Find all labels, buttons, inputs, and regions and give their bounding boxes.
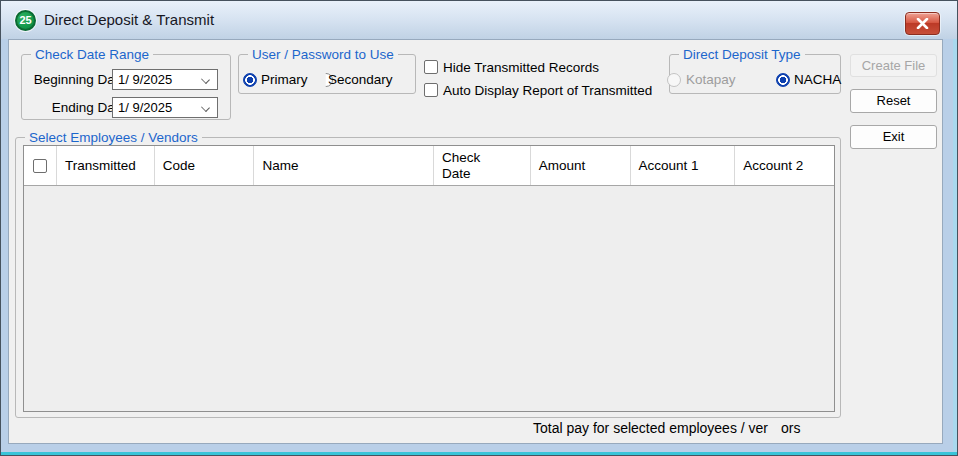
- column-header-code[interactable]: Code: [155, 146, 255, 185]
- column-header-account2[interactable]: Account 2: [735, 146, 834, 185]
- close-button[interactable]: [905, 12, 940, 35]
- auto-display-report-checkbox[interactable]: [424, 83, 438, 97]
- primary-radio-label: Primary: [261, 72, 308, 87]
- ending-date-label: Ending Date: [19, 100, 126, 115]
- column-header-check-date[interactable]: Check Date: [434, 146, 531, 185]
- user-password-group: User / Password to Use Primary Secondary: [238, 54, 416, 94]
- nacha-radio-label: NACHA: [794, 72, 841, 87]
- window-title: Direct Deposit & Transmit: [44, 11, 214, 28]
- app-icon: 25: [15, 10, 36, 31]
- column-header-account1[interactable]: Account 1: [631, 146, 736, 185]
- reset-button[interactable]: Reset: [850, 89, 937, 113]
- check-date-range-title: Check Date Range: [31, 46, 153, 63]
- hide-transmitted-label: Hide Transmitted Records: [443, 60, 599, 75]
- select-all-checkbox[interactable]: [33, 159, 47, 173]
- exit-button[interactable]: Exit: [850, 125, 937, 149]
- column-header-amount[interactable]: Amount: [531, 146, 631, 185]
- chevron-down-icon: [201, 103, 210, 112]
- close-icon: [916, 18, 929, 29]
- titlebar[interactable]: 25 Direct Deposit & Transmit: [1, 1, 957, 39]
- select-employees-title: Select Employees / Vendors: [25, 129, 202, 146]
- dialog-body: Check Date Range Beginning Date 1/ 9/202…: [8, 39, 943, 444]
- total-pay-label-left: Total pay for selected employees / ver: [533, 420, 768, 436]
- window-frame-bottom: [1, 452, 957, 455]
- auto-display-report-label: Auto Display Report of Transmitted: [443, 83, 652, 98]
- table-header-row: Transmitted Code Name Check Date Amount …: [24, 146, 834, 186]
- beginning-date-label: Beginning Date: [19, 72, 126, 87]
- beginning-date-value: 1/ 9/2025: [118, 72, 172, 87]
- chevron-down-icon: [201, 75, 210, 84]
- employees-table: Transmitted Code Name Check Date Amount …: [23, 145, 835, 412]
- hide-transmitted-checkbox[interactable]: [424, 60, 438, 74]
- column-header-name[interactable]: Name: [254, 146, 434, 185]
- table-body-empty: [24, 186, 834, 412]
- primary-radio[interactable]: [243, 73, 257, 87]
- total-pay-label-right: ors: [781, 420, 800, 436]
- direct-deposit-window: 25 Direct Deposit & Transmit Check Date …: [0, 0, 958, 456]
- ending-date-picker[interactable]: 1/ 9/2025: [112, 97, 218, 118]
- nacha-radio[interactable]: [776, 73, 790, 87]
- create-file-button: Create File: [850, 54, 937, 77]
- total-pay-label: Total pay for selected employees / veror…: [533, 420, 800, 436]
- ending-date-value: 1/ 9/2025: [118, 100, 172, 115]
- kotapay-radio: [667, 73, 681, 87]
- beginning-date-picker[interactable]: 1/ 9/2025: [112, 69, 218, 90]
- kotapay-radio-label: Kotapay: [686, 72, 736, 87]
- secondary-radio-label: Secondary: [328, 72, 393, 87]
- window-frame-right: [953, 39, 957, 452]
- column-header-transmitted[interactable]: Transmitted: [57, 146, 155, 185]
- direct-deposit-type-group: Direct Deposit Type Kotapay NACHA: [669, 54, 841, 94]
- select-all-column-header: [24, 146, 57, 185]
- user-password-title: User / Password to Use: [248, 46, 398, 63]
- direct-deposit-type-title: Direct Deposit Type: [679, 46, 805, 63]
